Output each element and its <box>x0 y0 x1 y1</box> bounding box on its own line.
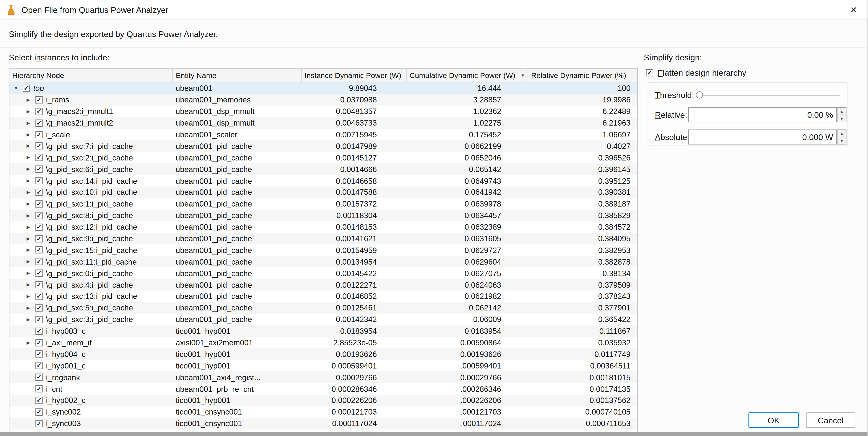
tree-row-i-hyp002-c[interactable]: ✓i_hyp002_ctico001_hyp0010.000226206.000… <box>9 395 637 406</box>
tree-row-g-pid-sxc-15-i-pid-cache[interactable]: ▶✓\g_pid_sxc:15:i_pid_cacheubeam001_pid_… <box>9 244 637 256</box>
tree-row-g-pid-sxc-2-i-pid-cache[interactable]: ▶✓\g_pid_sxc:2:i_pid_cacheubeam001_pid_c… <box>9 152 637 163</box>
expand-arrow-icon[interactable]: ▶ <box>27 294 35 299</box>
expand-arrow-icon[interactable]: ▶ <box>27 201 35 206</box>
spin-up-icon[interactable]: ▲ <box>837 130 846 137</box>
tree-row-g-pid-sxc-11-i-pid-cache[interactable]: ▶✓\g_pid_sxc:11:i_pid_cacheubeam001_pid_… <box>9 256 637 268</box>
expand-arrow-icon[interactable]: ▶ <box>27 109 35 114</box>
expand-arrow-icon[interactable]: ▶ <box>27 224 35 229</box>
row-checkbox[interactable]: ✓ <box>35 189 42 196</box>
row-checkbox[interactable]: ✓ <box>35 281 42 288</box>
row-checkbox[interactable]: ✓ <box>35 408 42 415</box>
tree-row-i-cnt[interactable]: ✓i_cntubeam001_prb_re_cnt0.000286346.000… <box>9 383 637 395</box>
absolute-input[interactable] <box>688 130 837 145</box>
tree-row-g-pid-sxc-1-i-pid-cache[interactable]: ▶✓\g_pid_sxc:1:i_pid_cacheubeam001_pid_c… <box>9 198 637 210</box>
column-header-cumulative-dynamic-power-w[interactable]: Cumulative Dynamic Power (W)▼ <box>407 68 528 82</box>
row-checkbox[interactable]: ✓ <box>35 247 42 254</box>
tree-row-g-macs2-i-mmult2[interactable]: ▶✓\g_macs2:i_mmult2ubeam001_dsp_mmult0.0… <box>9 117 637 129</box>
flatten-design-checkbox-row[interactable]: ✓ Flatten design hierarchy <box>646 68 746 77</box>
tree-row-i-hyp004-c[interactable]: ✓i_hyp004_ctico001_hyp0010.001936260.001… <box>9 348 637 360</box>
expand-arrow-icon[interactable]: ▶ <box>27 155 35 160</box>
expand-arrow-icon[interactable]: ▶ <box>27 236 35 241</box>
row-checkbox[interactable]: ✓ <box>35 108 42 115</box>
expand-arrow-icon[interactable]: ▶ <box>27 248 35 253</box>
row-checkbox[interactable]: ✓ <box>23 85 30 92</box>
cancel-button[interactable]: Cancel <box>806 412 855 428</box>
expand-arrow-icon[interactable]: ▶ <box>27 259 35 264</box>
row-checkbox[interactable]: ✓ <box>35 397 42 404</box>
row-checkbox[interactable]: ✓ <box>35 200 42 207</box>
row-checkbox[interactable]: ✓ <box>35 212 42 219</box>
column-header-hierarchy-node[interactable]: Hierarchy Node <box>9 68 173 82</box>
tree-row-g-pid-sxc-7-i-pid-cache[interactable]: ▶✓\g_pid_sxc:7:i_pid_cacheubeam001_pid_c… <box>9 140 637 152</box>
expand-arrow-icon[interactable]: ▶ <box>27 282 35 287</box>
tree-row-g-pid-sxc-3-i-pid-cache[interactable]: ▶✓\g_pid_sxc:3:i_pid_cacheubeam001_pid_c… <box>9 314 637 325</box>
expand-arrow-icon[interactable]: ▶ <box>27 305 35 310</box>
relative-input[interactable] <box>688 107 837 122</box>
row-checkbox[interactable]: ✓ <box>35 154 42 161</box>
ok-button[interactable]: OK <box>748 412 799 428</box>
row-checkbox[interactable]: ✓ <box>35 96 42 103</box>
tree-row-g-pid-sxc-9-i-pid-cache[interactable]: ▶✓\g_pid_sxc:9:i_pid_cacheubeam001_pid_c… <box>9 233 637 244</box>
slider-handle[interactable] <box>696 91 703 98</box>
close-icon[interactable]: ✕ <box>845 1 862 18</box>
tree-row-i-hyp001-c[interactable]: ✓i_hyp001_ctico001_hyp0010.000599401.000… <box>9 360 637 371</box>
tree-row-g-pid-sxc-6-i-pid-cache[interactable]: ▶✓\g_pid_sxc:6:i_pid_cacheubeam001_pid_c… <box>9 163 637 175</box>
expand-arrow-icon[interactable]: ▶ <box>27 121 35 126</box>
row-checkbox[interactable]: ✓ <box>35 385 42 393</box>
tree-row-i-hyp003-c[interactable]: ✓i_hyp003_ctico001_hyp0010.01839540.0183… <box>9 325 637 337</box>
row-checkbox[interactable]: ✓ <box>35 143 42 150</box>
spin-down-icon[interactable]: ▼ <box>837 137 846 144</box>
expand-arrow-icon[interactable]: ▶ <box>27 213 35 218</box>
row-checkbox[interactable]: ✓ <box>35 131 42 138</box>
tree-row-g-pid-sxc-5-i-pid-cache[interactable]: ▶✓\g_pid_sxc:5:i_pid_cacheubeam001_pid_c… <box>9 302 637 314</box>
row-checkbox[interactable]: ✓ <box>35 165 42 173</box>
expand-arrow-icon[interactable]: ▶ <box>27 317 35 322</box>
tree-row-top[interactable]: ▼✓topubeam0019.8904316.444100 <box>9 83 637 94</box>
expand-arrow-icon[interactable]: ▶ <box>27 166 35 172</box>
row-checkbox[interactable]: ✓ <box>35 223 42 230</box>
row-checkbox[interactable]: ✓ <box>35 316 42 323</box>
row-checkbox[interactable]: ✓ <box>35 258 42 265</box>
tree-row-i-sync003[interactable]: ✓i_sync003tico001_cnsync0010.000117024.0… <box>9 418 637 429</box>
column-header-instance-dynamic-power-w[interactable]: Instance Dynamic Power (W) <box>302 68 407 82</box>
row-checkbox[interactable]: ✓ <box>35 374 42 381</box>
row-checkbox[interactable]: ✓ <box>35 119 42 126</box>
row-checkbox[interactable]: ✓ <box>35 339 42 346</box>
expand-arrow-icon[interactable]: ▶ <box>27 340 35 345</box>
expand-arrow-icon[interactable]: ▶ <box>27 178 35 183</box>
expand-arrow-icon[interactable]: ▶ <box>27 97 35 102</box>
expand-arrow-icon[interactable]: ▶ <box>27 144 35 149</box>
tree-row-g-macs2-i-mmult1[interactable]: ▶✓\g_macs2:i_mmult1ubeam001_dsp_mmult0.0… <box>9 105 637 117</box>
row-checkbox[interactable]: ✓ <box>35 351 42 358</box>
tree-row-i-scale[interactable]: ▶✓i_scaleubeam001_scaler0.007159450.1754… <box>9 129 637 140</box>
column-header-relative-dynamic-power[interactable]: Relative Dynamic Power (%) <box>528 68 637 82</box>
row-checkbox[interactable]: ✓ <box>35 362 42 369</box>
tree-row-g-pid-sxc-8-i-pid-cache[interactable]: ▶✓\g_pid_sxc:8:i_pid_cacheubeam001_pid_c… <box>9 210 637 221</box>
row-checkbox[interactable]: ✓ <box>35 304 42 311</box>
tree-row-g-pid-sxc-13-i-pid-cache[interactable]: ▶✓\g_pid_sxc:13:i_pid_cacheubeam001_pid_… <box>9 291 637 302</box>
row-checkbox[interactable]: ✓ <box>35 177 42 184</box>
row-checkbox[interactable]: ✓ <box>35 293 42 300</box>
row-checkbox[interactable]: ✓ <box>35 270 42 277</box>
spin-up-icon[interactable]: ▲ <box>837 108 846 115</box>
tree-row-g-pid-sxc-14-i-pid-cache[interactable]: ▶✓\g_pid_sxc:14:i_pid_cacheubeam001_pid_… <box>9 175 637 187</box>
row-checkbox[interactable]: ✓ <box>35 235 42 242</box>
threshold-slider[interactable] <box>696 90 840 100</box>
row-checkbox[interactable]: ✓ <box>35 420 42 427</box>
expand-arrow-icon[interactable]: ▶ <box>27 271 35 276</box>
expand-arrow-icon[interactable]: ▶ <box>27 190 35 195</box>
tree-row-i-regbank[interactable]: ✓i_regbankubeam001_axi4_regist...0.00029… <box>9 371 637 383</box>
flatten-checkbox[interactable]: ✓ <box>646 69 653 76</box>
spin-down-icon[interactable]: ▼ <box>837 115 846 122</box>
tree-row-g-pid-sxc-12-i-pid-cache[interactable]: ▶✓\g_pid_sxc:12:i_pid_cacheubeam001_pid_… <box>9 221 637 233</box>
collapse-arrow-icon[interactable]: ▼ <box>14 86 23 91</box>
slider-track[interactable] <box>696 95 840 96</box>
tree-row-g-pid-sxc-4-i-pid-cache[interactable]: ▶✓\g_pid_sxc:4:i_pid_cacheubeam001_pid_c… <box>9 279 637 291</box>
tree-row-i-rams[interactable]: ▶✓i_ramsubeam001_memories0.03709883.2885… <box>9 94 637 105</box>
tree-row-i-sync002[interactable]: ✓i_sync002tico001_cnsync0010.000121703.0… <box>9 406 637 418</box>
tree-row-g-pid-sxc-0-i-pid-cache[interactable]: ▶✓\g_pid_sxc:0:i_pid_cacheubeam001_pid_c… <box>9 268 637 279</box>
column-header-entity-name[interactable]: Entity Name <box>173 68 302 82</box>
expand-arrow-icon[interactable]: ▶ <box>27 132 35 137</box>
tree-row-g-pid-sxc-10-i-pid-cache[interactable]: ▶✓\g_pid_sxc:10:i_pid_cacheubeam001_pid_… <box>9 187 637 198</box>
row-checkbox[interactable]: ✓ <box>35 328 42 335</box>
